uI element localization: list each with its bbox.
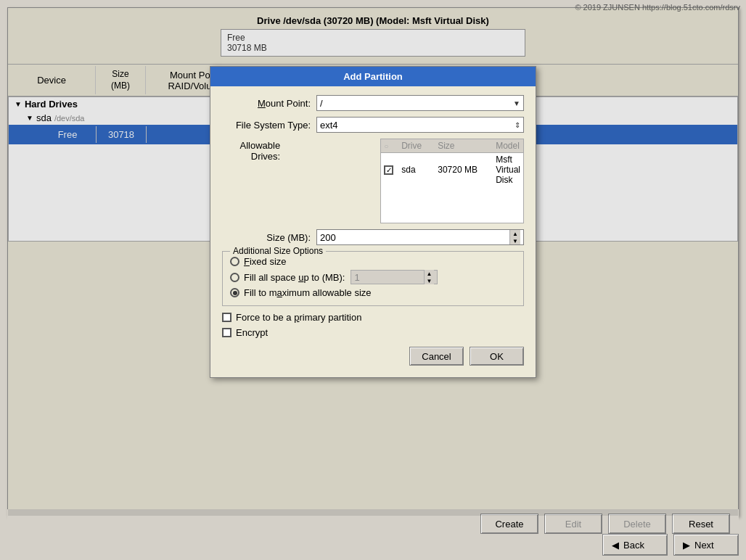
fill-all-input[interactable]: 1 ▲ ▼ (351, 270, 438, 284)
drives-checkbox[interactable] (384, 165, 393, 175)
back-label: Back (623, 540, 644, 551)
drives-table-row[interactable]: sda 30720 MB Msft Virtual Disk (381, 153, 523, 186)
dialog-title-bar: Add Partition (210, 67, 536, 86)
fs-type-row: File System Type: ext4 ⇕ (222, 117, 524, 133)
encrypt-label: Encrypt (236, 327, 268, 338)
mount-point-arrow: ▼ (513, 99, 520, 107)
drives-table: ○ Drive Size Model (380, 139, 524, 223)
drives-row-drive: sda (401, 165, 438, 175)
encrypt-checkbox[interactable] (222, 328, 231, 337)
mount-point-row: Mount Point: / ▼ (222, 95, 524, 111)
edit-button[interactable]: Edit (544, 514, 602, 534)
add-partition-dialog: Add Partition Mount Point: / ▼ (210, 66, 536, 378)
back-button[interactable]: ◀ Back (602, 534, 668, 556)
size-options-legend: Additional Size Options (230, 246, 326, 256)
drives-col-check-header: ○ (384, 141, 401, 151)
mount-point-label: Mount Point: (222, 98, 316, 109)
fixed-size-row[interactable]: Fixed size (230, 256, 516, 267)
next-button[interactable]: ▶ Next (673, 534, 739, 556)
fs-type-select[interactable]: ext4 ⇕ (316, 117, 524, 133)
drives-row-size: 30720 MB (438, 165, 496, 175)
size-control[interactable]: 200 ▲ ▼ (316, 229, 524, 245)
next-arrow-icon: ▶ (683, 540, 690, 551)
size-down-btn[interactable]: ▼ (510, 237, 520, 244)
fill-all-label: Fill all space up to (MB): (244, 272, 345, 283)
mount-point-select[interactable]: / ▼ (316, 95, 524, 111)
encrypt-row[interactable]: Encrypt (222, 327, 524, 338)
size-spinner-btns[interactable]: ▲ ▼ (509, 230, 520, 244)
allowable-drives-row: Allowable Drives: ○ Drive Size (222, 139, 524, 223)
force-primary-checkbox[interactable] (222, 313, 231, 322)
size-value: 200 (320, 232, 336, 243)
mount-point-label-text: Mount Point: (258, 98, 311, 109)
mount-point-value: / (320, 98, 323, 109)
drives-table-header: ○ Drive Size Model (381, 139, 523, 153)
reset-button[interactable]: Reset (672, 514, 730, 534)
size-row: Size (MB): 200 ▲ ▼ (222, 229, 524, 245)
fill-all-radio[interactable] (230, 273, 239, 282)
fs-type-label-text: File System Type: (236, 120, 311, 131)
drives-col-size-header: Size (438, 141, 496, 151)
dialog-body: Mount Point: / ▼ File System Type: (210, 86, 536, 377)
drives-row-model: Msft Virtual Disk (496, 155, 520, 185)
size-spinner[interactable]: 200 ▲ ▼ (316, 229, 524, 245)
fill-max-radio[interactable] (230, 288, 239, 297)
back-arrow-icon: ◀ (612, 540, 619, 551)
fill-all-up-btn[interactable]: ▲ (425, 270, 435, 277)
create-button[interactable]: Create (480, 514, 538, 534)
watermark: © 2019 ZJUNSEN https://blog.51cto.com/rd… (575, 3, 740, 12)
nav-buttons: ◀ Back ▶ Next (602, 534, 739, 556)
dialog-buttons: Cancel OK (222, 342, 524, 368)
drives-table-empty (381, 186, 523, 223)
drives-col-drive-header: Drive (401, 141, 438, 151)
additional-size-options: Additional Size Options Fixed size Fill … (222, 251, 524, 306)
fill-all-row[interactable]: Fill all space up to (MB): 1 ▲ ▼ (230, 270, 516, 284)
mount-point-control[interactable]: / ▼ (316, 95, 524, 111)
cancel-button[interactable]: Cancel (409, 347, 464, 366)
size-up-btn[interactable]: ▲ (510, 230, 520, 237)
allowable-drives-section: Allowable Drives: ○ Drive Size (222, 139, 524, 223)
fs-type-arrow: ⇕ (515, 121, 520, 129)
drives-col-model-header: Model (496, 141, 520, 151)
size-label: Size (MB): (222, 232, 316, 243)
main-window: Drive /dev/sda (30720 MB) (Model: Msft V… (7, 7, 739, 516)
drives-table-container: ○ Drive Size Model (286, 139, 524, 223)
fixed-size-radio[interactable] (230, 257, 239, 266)
allowable-drives-label: Allowable Drives: (222, 139, 286, 162)
fs-type-control[interactable]: ext4 ⇕ (316, 117, 524, 133)
fixed-size-label: Fixed size (244, 256, 287, 267)
fs-type-value: ext4 (320, 120, 338, 131)
fs-type-label: File System Type: (222, 120, 316, 131)
fill-all-spinner-btns[interactable]: ▲ ▼ (424, 270, 435, 284)
fill-max-row[interactable]: Fill to maximum allowable size (230, 287, 516, 298)
force-primary-row[interactable]: Force to be a primary partition (222, 312, 524, 323)
next-label: Next (694, 540, 714, 551)
drives-row-check[interactable] (384, 165, 401, 176)
ok-button[interactable]: OK (470, 347, 524, 366)
delete-button[interactable]: Delete (608, 514, 666, 534)
force-primary-label: Force to be a primary partition (236, 312, 361, 323)
dialog-overlay: Add Partition Mount Point: / ▼ (8, 8, 738, 516)
fill-all-down-btn[interactable]: ▼ (425, 277, 435, 284)
fill-all-value: 1 (354, 272, 359, 283)
fill-max-label: Fill to maximum allowable size (244, 287, 372, 298)
